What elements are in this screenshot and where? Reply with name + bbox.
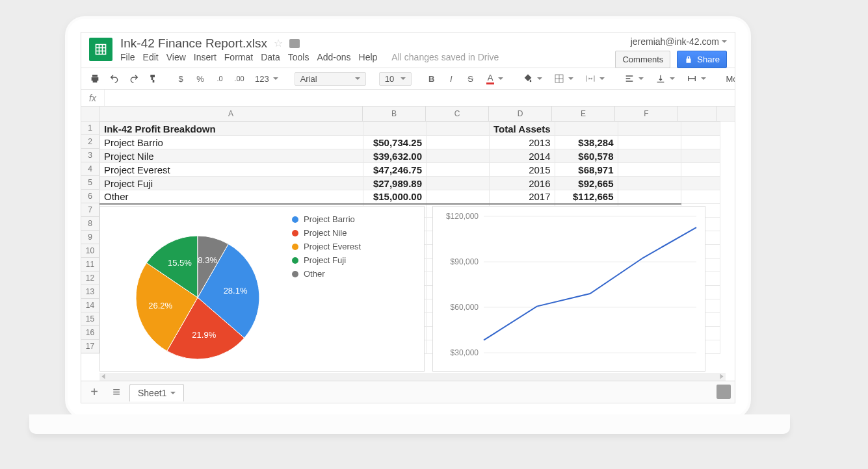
menu-view[interactable]: View [166, 52, 186, 62]
folder-icon[interactable] [289, 39, 300, 48]
share-button[interactable]: Share [677, 51, 727, 68]
cell-A3[interactable]: Project Nile [100, 149, 363, 163]
comments-button[interactable]: Comments [615, 51, 670, 68]
cell-A6[interactable]: Other [100, 190, 363, 204]
col-header-A[interactable]: A [99, 107, 363, 121]
strikethrough-button[interactable]: S [464, 71, 478, 86]
font-size-dropdown[interactable]: 10 [379, 72, 412, 86]
cell-A5[interactable]: Project Fuji [100, 177, 363, 190]
col-header-B[interactable]: B [363, 107, 426, 121]
pie-chart[interactable]: 28.1%21.9%26.2%15.5%8.3% Project BarrioP… [99, 206, 425, 372]
cell-D2[interactable]: 2013 [490, 136, 555, 149]
h-align-dropdown[interactable] [621, 71, 647, 86]
col-header-F[interactable]: F [615, 107, 678, 121]
menu-tools[interactable]: Tools [288, 52, 309, 62]
row-header[interactable]: 17 [81, 340, 99, 353]
row-header[interactable]: 8 [81, 217, 99, 231]
text-color-dropdown[interactable]: A [483, 71, 507, 86]
menu-file[interactable]: File [120, 52, 135, 62]
cell-B6[interactable]: $15,000.00 [363, 190, 427, 204]
lock-icon [684, 55, 693, 64]
cell-D3[interactable]: 2014 [490, 149, 555, 163]
spreadsheet-grid[interactable]: A B C D E F 1234567891011121314151617 In… [81, 107, 735, 391]
row-header[interactable]: 5 [81, 176, 99, 190]
font-family-dropdown[interactable]: Arial [295, 72, 366, 86]
document-title[interactable]: Ink-42 Finance Report.xlsx [120, 36, 267, 51]
cell-A2[interactable]: Project Barrio [100, 136, 363, 149]
row-header[interactable]: 6 [81, 190, 99, 203]
fx-icon: fx [81, 90, 105, 106]
cell-D1[interactable]: Total Assets [490, 122, 555, 136]
text-wrap-dropdown[interactable] [683, 71, 709, 86]
fill-color-dropdown[interactable] [519, 71, 546, 86]
col-header-D[interactable]: D [489, 107, 552, 121]
cell-D5[interactable]: 2016 [490, 177, 555, 190]
row-header[interactable]: 15 [81, 312, 99, 326]
decrease-decimal-button[interactable]: .0 [213, 71, 227, 86]
cell-A4[interactable]: Project Everest [100, 163, 363, 177]
row-header[interactable]: 11 [81, 258, 99, 272]
cell-E2[interactable]: $38,284 [555, 136, 618, 149]
redo-icon[interactable] [127, 71, 141, 86]
explore-button[interactable] [717, 385, 731, 399]
align-left-icon [624, 73, 635, 84]
row-header[interactable]: 3 [81, 149, 99, 162]
cell-A1[interactable]: Ink-42 Profit Breakdown [100, 122, 363, 136]
row-header[interactable]: 12 [81, 272, 99, 285]
undo-icon[interactable] [107, 71, 122, 86]
menu-help[interactable]: Help [359, 52, 378, 62]
row-header[interactable]: 9 [81, 231, 99, 244]
line-chart[interactable]: $120,000$90,000$60,000$30,000 [432, 206, 705, 372]
cell-B5[interactable]: $27,989.89 [363, 177, 427, 190]
paint-format-icon[interactable] [146, 71, 161, 86]
cell-E5[interactable]: $92,665 [555, 177, 618, 190]
v-align-dropdown[interactable] [652, 71, 678, 86]
menu-edit[interactable]: Edit [143, 52, 159, 62]
menu-addons[interactable]: Add-ons [317, 52, 350, 62]
row-header[interactable]: 14 [81, 299, 99, 312]
all-sheets-button[interactable]: ≡ [109, 385, 124, 399]
svg-text:8.3%: 8.3% [198, 255, 217, 265]
cell-E6[interactable]: $112,665 [555, 190, 618, 204]
borders-dropdown[interactable] [551, 71, 577, 86]
col-header-E[interactable]: E [552, 107, 615, 121]
row-header[interactable]: 10 [81, 244, 99, 258]
menu-data[interactable]: Data [261, 52, 280, 62]
row-header[interactable]: 4 [81, 162, 99, 176]
cell-B2[interactable]: $50,734.25 [363, 136, 427, 149]
row-header[interactable]: 13 [81, 285, 99, 299]
row-header[interactable]: 7 [81, 203, 99, 217]
currency-button[interactable]: $ [174, 71, 188, 86]
horizontal-scrollbar[interactable] [99, 373, 726, 381]
title-bar: Ink-42 Finance Report.xlsx ☆ File Edit V… [81, 32, 735, 68]
align-bottom-icon [655, 73, 666, 84]
row-header[interactable]: 2 [81, 135, 99, 149]
select-all-corner[interactable] [81, 107, 99, 121]
menu-format[interactable]: Format [224, 52, 253, 62]
cell-E4[interactable]: $68,971 [555, 163, 618, 177]
cell-E3[interactable]: $60,578 [555, 149, 618, 163]
col-header-C[interactable]: C [426, 107, 489, 121]
formula-input[interactable] [105, 90, 735, 106]
increase-decimal-button[interactable]: .00 [232, 71, 246, 86]
add-sheet-button[interactable]: + [85, 385, 103, 399]
star-icon[interactable]: ☆ [274, 36, 283, 51]
cell-B3[interactable]: $39,632.00 [363, 149, 427, 163]
bold-button[interactable]: B [425, 71, 439, 86]
account-menu[interactable]: jeremiah@ink-42.com [631, 36, 727, 47]
cell-D6[interactable]: 2017 [490, 190, 555, 204]
italic-button[interactable]: I [444, 71, 458, 86]
cell-D4[interactable]: 2015 [490, 163, 555, 177]
row-header[interactable]: 1 [81, 121, 99, 135]
sheet-tab[interactable]: Sheet1 [129, 384, 184, 401]
percent-button[interactable]: % [193, 71, 207, 86]
merge-cells-dropdown[interactable] [582, 71, 608, 86]
more-toolbar-dropdown[interactable]: More [722, 72, 735, 86]
cell-B4[interactable]: $47,246.75 [363, 163, 427, 177]
paint-bucket-icon [523, 73, 533, 84]
print-icon[interactable] [88, 71, 102, 86]
menu-insert[interactable]: Insert [194, 52, 217, 62]
number-format-dropdown[interactable]: 123 [252, 72, 282, 86]
svg-text:15.5%: 15.5% [168, 258, 192, 268]
row-header[interactable]: 16 [81, 326, 99, 340]
